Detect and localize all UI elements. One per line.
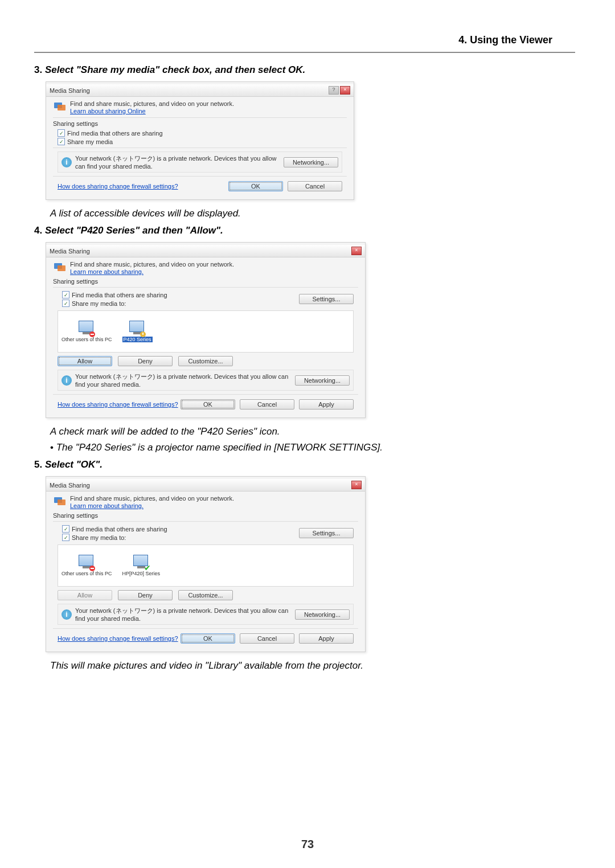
network-info-text: Your network (ネットワーク) is a private netwo… [75, 372, 292, 388]
cancel-button[interactable]: Cancel [240, 633, 294, 644]
info-icon: i [62, 609, 72, 620]
share-media-to-checkbox[interactable]: ✓ [62, 300, 69, 307]
networking-button[interactable]: Networking... [284, 157, 338, 167]
apply-button[interactable]: Apply [299, 633, 354, 644]
step-5: 5. Select "OK". [34, 459, 575, 470]
network-info-text: Your network (ネットワーク) is a private netwo… [75, 607, 292, 622]
settings-button[interactable]: Settings... [299, 294, 354, 304]
learn-link[interactable]: Learn more about sharing. [70, 502, 144, 509]
dialog-screenshot-1: Media Sharing ? × Find and share music, … [46, 81, 354, 200]
media-sharing-icon [53, 100, 67, 113]
dialog-screenshot-3: Media Sharing × Find and share music, pi… [46, 476, 366, 652]
step-3: 3. Select "Share my media" check box, an… [34, 64, 575, 76]
device-this-pc[interactable]: Other users of this PC [62, 555, 112, 576]
ok-button[interactable]: OK [181, 399, 235, 410]
device-p420-selected[interactable]: P420 Series [122, 321, 153, 342]
dialog-titlebar: Media Sharing × [46, 245, 365, 257]
dialog-share-text: Find and share music, pictures, and vide… [70, 261, 234, 268]
close-icon[interactable]: × [340, 86, 350, 95]
dialog-title: Media Sharing [50, 248, 90, 255]
share-media-label: Share my media [67, 138, 113, 145]
dialog-screenshot-2: Media Sharing × Find and share music, pi… [46, 242, 366, 418]
firewall-link[interactable]: How does sharing change firewall setting… [58, 635, 178, 642]
step-5-result: This will make pictures and video in "Li… [50, 660, 575, 672]
learn-link[interactable]: Learn more about sharing. [70, 268, 144, 275]
find-media-label: Find media that others are sharing [67, 130, 163, 137]
customize-button[interactable]: Customize... [178, 590, 233, 600]
step-4-text: Select "P420 Series" and then "Allow". [45, 225, 223, 236]
share-media-checkbox[interactable]: ✓ [58, 138, 65, 145]
help-icon[interactable]: ? [329, 86, 339, 95]
share-media-to-checkbox[interactable]: ✓ [62, 534, 69, 541]
step-3-number: 3. [34, 64, 42, 75]
share-media-to-label: Share my media to: [72, 534, 126, 541]
learn-link[interactable]: Learn about sharing Online [70, 108, 146, 114]
sharing-settings-label: Sharing settings [53, 512, 358, 519]
networking-button[interactable]: Networking... [295, 375, 350, 386]
apply-button[interactable]: Apply [299, 399, 354, 410]
find-media-checkbox[interactable]: ✓ [62, 291, 69, 298]
svg-rect-7 [58, 499, 65, 505]
svg-rect-1 [58, 105, 65, 110]
svg-rect-3 [58, 265, 65, 271]
device-this-pc-label: Other users of this PC [62, 571, 112, 576]
find-media-checkbox[interactable]: ✓ [58, 129, 65, 137]
cancel-button[interactable]: Cancel [240, 399, 294, 410]
info-icon: i [62, 157, 72, 167]
allow-button-disabled: Allow [58, 590, 112, 600]
share-media-to-label: Share my media to: [72, 300, 126, 307]
step-5-text: Select "OK". [45, 459, 102, 470]
header-divider [34, 52, 575, 53]
step-3-result: A list of accessible devices will be dis… [50, 208, 575, 219]
device-this-pc[interactable]: Other users of this PC [62, 321, 112, 342]
sharing-settings-label: Sharing settings [53, 120, 347, 127]
deny-button[interactable]: Deny [118, 356, 173, 366]
device-p420[interactable]: ✔ HP[P420] Series [122, 555, 161, 576]
dialog-titlebar: Media Sharing ? × [46, 84, 354, 97]
device-p420-label: P420 Series [122, 337, 153, 342]
device-this-pc-label: Other users of this PC [62, 337, 112, 342]
step-4-bullet: The "P420 Series" is a projector name sp… [50, 442, 575, 453]
step-4-result: A check mark will be added to the "P420 … [50, 426, 575, 437]
dialog-share-text: Find and share music, pictures, and vide… [70, 495, 234, 502]
step-3-text: Select "Share my media" check box, and t… [45, 64, 305, 75]
deny-button[interactable]: Deny [118, 590, 173, 600]
allow-button[interactable]: Allow [58, 356, 112, 366]
dialog-title: Media Sharing [50, 482, 90, 489]
step-4: 4. Select "P420 Series" and then "Allow"… [34, 225, 575, 236]
cancel-button[interactable]: Cancel [288, 181, 342, 191]
settings-button[interactable]: Settings... [299, 528, 354, 538]
info-icon: i [62, 375, 72, 386]
step-4-number: 4. [34, 225, 42, 236]
firewall-link[interactable]: How does sharing change firewall setting… [58, 401, 178, 408]
find-media-label: Find media that others are sharing [72, 526, 167, 533]
step-5-number: 5. [34, 459, 42, 470]
find-media-label: Find media that others are sharing [72, 292, 167, 298]
network-info-text: Your network (ネットワーク) is a private netwo… [75, 154, 280, 170]
section-header: 4. Using the Viewer [34, 34, 575, 46]
check-icon: ✔ [144, 563, 151, 572]
ok-button[interactable]: OK [228, 181, 283, 191]
media-sharing-icon [53, 261, 67, 273]
customize-button[interactable]: Customize... [178, 356, 233, 366]
close-icon[interactable]: × [351, 247, 362, 255]
firewall-link[interactable]: How does sharing change firewall setting… [58, 183, 178, 190]
dialog-title: Media Sharing [50, 87, 90, 94]
networking-button[interactable]: Networking... [295, 609, 350, 620]
page-number: 73 [0, 838, 615, 851]
media-sharing-icon [53, 495, 67, 507]
device-p420-label: HP[P420] Series [122, 571, 161, 576]
find-media-checkbox[interactable]: ✓ [62, 525, 69, 533]
ok-button[interactable]: OK [181, 633, 235, 644]
dialog-share-text: Find and share music, pictures, and vide… [70, 100, 234, 107]
dialog-titlebar: Media Sharing × [46, 479, 365, 492]
close-icon[interactable]: × [351, 481, 362, 489]
sharing-settings-label: Sharing settings [53, 278, 358, 285]
